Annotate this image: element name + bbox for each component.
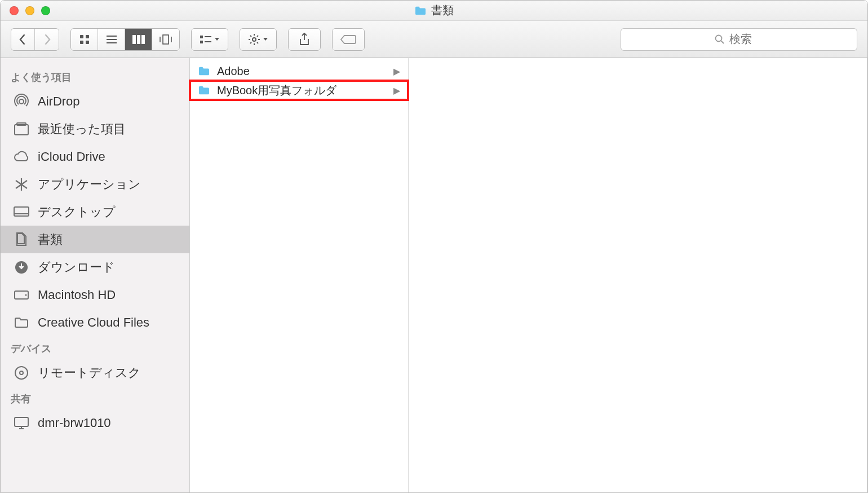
gear-icon [248, 33, 260, 46]
svg-rect-3 [86, 41, 89, 44]
svg-rect-1 [86, 35, 89, 38]
svg-rect-7 [132, 35, 136, 44]
sidebar-item-label: アプリケーション [38, 176, 141, 193]
column-view-button[interactable] [125, 29, 152, 50]
svg-point-17 [253, 38, 256, 41]
forward-button[interactable] [35, 29, 59, 50]
svg-rect-10 [163, 35, 169, 44]
tags-button[interactable] [332, 28, 365, 51]
sidebar-item-label: Creative Cloud Files [38, 315, 149, 330]
svg-rect-16 [205, 41, 211, 42]
sidebar-item-disc[interactable]: リモートディスク [1, 359, 189, 386]
search-input[interactable] [729, 33, 763, 46]
folder-icon [13, 315, 30, 330]
sidebar-item-airdrop[interactable]: AirDrop [1, 87, 189, 115]
recents-icon [13, 122, 30, 137]
apps-icon [13, 177, 30, 192]
icloud-icon [13, 149, 30, 164]
folder-icon [198, 85, 210, 95]
arrange-dropdown[interactable] [191, 28, 228, 51]
svg-rect-29 [15, 125, 28, 135]
sidebar-section-header: 共有 [1, 386, 189, 409]
svg-line-27 [721, 41, 724, 43]
svg-rect-14 [200, 41, 203, 43]
window-title: 書類 [414, 3, 454, 18]
minimize-window-button[interactable] [25, 6, 34, 15]
sidebar-item-label: Macintosh HD [38, 288, 116, 302]
svg-point-26 [716, 35, 722, 41]
sidebar-item-apps[interactable]: アプリケーション [1, 170, 189, 198]
chevron-right-icon: ▶ [393, 85, 400, 96]
sidebar-item-recents[interactable]: 最近使った項目 [1, 115, 189, 143]
finder-window: 書類 [0, 0, 868, 493]
maximize-window-button[interactable] [41, 6, 50, 15]
svg-rect-9 [141, 35, 145, 44]
svg-point-28 [19, 99, 24, 104]
sidebar-item-downloads[interactable]: ダウンロード [1, 253, 189, 281]
svg-point-38 [25, 294, 27, 296]
close-window-button[interactable] [10, 6, 19, 15]
folder-icon [198, 66, 210, 76]
downloads-icon [13, 260, 30, 275]
chevron-right-icon: ▶ [393, 66, 400, 77]
svg-point-39 [15, 367, 28, 379]
sidebar-item-icloud[interactable]: iCloud Drive [1, 143, 189, 170]
toolbar [1, 21, 867, 58]
folder-icon [414, 6, 427, 16]
sidebar: よく使う項目AirDrop最近使った項目iCloud Driveアプリケーション… [1, 58, 190, 492]
column-1: Adobe▶MyBook用写真フォルダ▶ [190, 58, 409, 492]
airdrop-icon [13, 94, 30, 109]
folder-row[interactable]: MyBook用写真フォルダ▶ [190, 81, 408, 100]
sidebar-item-documents[interactable]: 書類 [1, 226, 189, 253]
navigation-buttons [11, 28, 59, 51]
sidebar-item-label: dmr-brw1010 [38, 416, 111, 430]
disc-icon [13, 366, 30, 380]
chevron-down-icon [263, 37, 268, 42]
sidebar-item-monitor[interactable]: dmr-brw1010 [1, 409, 189, 437]
sidebar-item-folder[interactable]: Creative Cloud Files [1, 309, 189, 336]
sidebar-item-label: 書類 [38, 231, 63, 248]
svg-rect-13 [200, 36, 203, 38]
sidebar-item-label: ダウンロード [38, 259, 115, 276]
gallery-view-button[interactable] [152, 29, 179, 50]
documents-icon [13, 232, 30, 247]
share-button[interactable] [288, 28, 321, 51]
sidebar-item-label: AirDrop [38, 94, 80, 109]
sidebar-item-label: デスクトップ [38, 204, 116, 221]
svg-rect-34 [14, 207, 29, 216]
list-icon [105, 34, 118, 45]
sidebar-item-hdd[interactable]: Macintosh HD [1, 281, 189, 309]
svg-line-25 [250, 42, 251, 43]
search-field[interactable] [621, 28, 857, 51]
share-icon [299, 33, 310, 46]
gallery-icon [158, 34, 173, 45]
grid-icon [79, 34, 90, 45]
sidebar-item-label: リモートディスク [38, 364, 141, 381]
view-mode-buttons [70, 28, 180, 51]
window-title-text: 書類 [431, 3, 454, 18]
titlebar: 書類 [1, 1, 867, 21]
monitor-icon [13, 416, 30, 430]
folder-name: Adobe [217, 65, 250, 78]
sidebar-item-desktop[interactable]: デスクトップ [1, 198, 189, 226]
svg-rect-41 [15, 417, 28, 426]
folder-row[interactable]: Adobe▶ [190, 61, 408, 81]
tag-icon [340, 34, 357, 45]
svg-rect-8 [137, 35, 140, 44]
traffic-lights [1, 6, 50, 15]
finder-body: よく使う項目AirDrop最近使った項目iCloud Driveアプリケーション… [1, 58, 867, 492]
column-browser: Adobe▶MyBook用写真フォルダ▶ [190, 58, 867, 492]
list-view-button[interactable] [98, 29, 125, 50]
columns-icon [132, 34, 145, 45]
svg-line-22 [250, 36, 251, 37]
back-button[interactable] [11, 29, 35, 50]
svg-line-23 [257, 42, 258, 43]
arrange-icon [200, 34, 212, 45]
sidebar-item-label: iCloud Drive [38, 149, 105, 164]
svg-line-24 [257, 36, 258, 37]
svg-rect-15 [205, 36, 211, 37]
icon-view-button[interactable] [71, 29, 98, 50]
hdd-icon [13, 288, 30, 302]
action-dropdown[interactable] [240, 28, 277, 51]
folder-name: MyBook用写真フォルダ [217, 83, 336, 98]
